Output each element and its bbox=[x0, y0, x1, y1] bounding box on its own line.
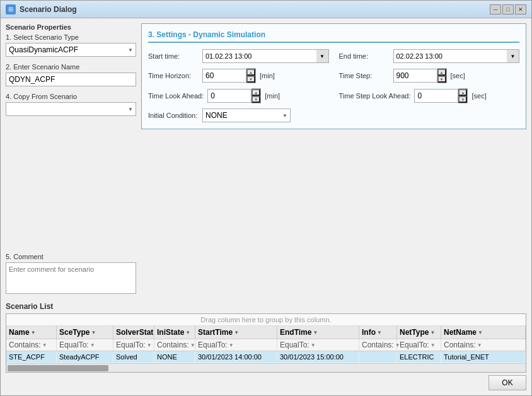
comment-textarea[interactable] bbox=[6, 262, 136, 294]
filter-solver-icon[interactable]: ▼ bbox=[147, 342, 152, 348]
step5-section: 5. Comment bbox=[6, 248, 136, 296]
filter-netname-label: Contains: bbox=[444, 341, 476, 349]
top-area: Scenario Properties 1. Select Scenario T… bbox=[1, 18, 531, 302]
time-horizon-spinners: ▲ ▼ bbox=[246, 68, 256, 83]
time-look-ahead-spinners: ▲ ▼ bbox=[252, 88, 261, 103]
info-sort-icon: ▼ bbox=[377, 330, 382, 335]
filter-ini-icon[interactable]: ▼ bbox=[190, 342, 195, 348]
copy-from-wrapper[interactable] bbox=[6, 102, 136, 116]
scetype-sort-icon: ▼ bbox=[91, 330, 96, 335]
step1-section: 1. Select Scenario Type QuasiDynamicACPF… bbox=[6, 33, 136, 57]
time-step-look-ahead-unit: [sec] bbox=[471, 92, 486, 100]
end-time-label: End time: bbox=[339, 52, 390, 60]
col-header-end[interactable]: EndTime ▼ bbox=[277, 326, 359, 339]
start-time-row: Start time: ▼ bbox=[148, 49, 329, 63]
initial-condition-label: Initial Condition: bbox=[148, 112, 199, 119]
time-step-look-ahead-input[interactable] bbox=[414, 89, 458, 103]
window-title: Scenario Dialog bbox=[20, 5, 490, 14]
filter-name-label: Contains: bbox=[9, 341, 41, 349]
col-header-ini[interactable]: IniState ▼ bbox=[154, 326, 195, 339]
filter-ini: Contains: ▼ bbox=[154, 339, 195, 351]
time-horizon-spin: ▲ ▼ bbox=[202, 68, 256, 83]
cell-nettype: ELECTRIC bbox=[397, 351, 441, 363]
time-horizon-label: Time Horizon: bbox=[148, 72, 199, 79]
time-step-spin: ▲ ▼ bbox=[393, 68, 447, 83]
time-step-look-ahead-label: Time Step Look Ahead: bbox=[339, 92, 411, 100]
col-header-nettype[interactable]: NetType ▼ bbox=[397, 326, 441, 339]
scenario-type-wrapper[interactable]: QuasiDynamicACPF SteadyACPF DynamicSimul… bbox=[6, 43, 136, 57]
table-row[interactable]: STE_ACPF SteadyACPF Solved NONE 30/01/20… bbox=[6, 351, 526, 363]
filter-end-label: EqualTo: bbox=[280, 341, 309, 349]
cell-scetype: SteadyACPF bbox=[57, 351, 113, 363]
initial-condition-select[interactable]: NONE Previous bbox=[202, 108, 291, 122]
filter-name-icon[interactable]: ▼ bbox=[42, 342, 47, 348]
time-look-ahead-row: Time Look Ahead: ▲ ▼ [min] bbox=[148, 88, 329, 103]
props-title: Scenario Properties bbox=[6, 23, 136, 31]
filter-start-label: EqualTo: bbox=[198, 341, 228, 349]
netname-sort-icon: ▼ bbox=[478, 330, 483, 335]
col-header-scetype[interactable]: SceType ▼ bbox=[57, 326, 113, 339]
filter-netname: Contains: ▼ bbox=[441, 339, 526, 351]
time-step-up[interactable]: ▲ bbox=[437, 69, 446, 76]
close-button[interactable]: ✕ bbox=[515, 4, 526, 15]
end-sort-icon: ▼ bbox=[313, 330, 318, 335]
time-horizon-unit: [min] bbox=[260, 72, 275, 79]
col-scetype-label: SceType bbox=[59, 328, 90, 337]
start-time-wrap: ▼ bbox=[202, 49, 329, 63]
window-icon: ⊞ bbox=[6, 4, 16, 15]
filter-netname-icon[interactable]: ▼ bbox=[477, 342, 482, 348]
time-look-ahead-input[interactable] bbox=[207, 89, 252, 103]
time-look-ahead-unit: [min] bbox=[265, 92, 280, 100]
start-time-input[interactable] bbox=[202, 49, 329, 63]
cell-netname: Tutorial_ENET bbox=[441, 351, 526, 363]
col-header-info[interactable]: Info ▼ bbox=[359, 326, 397, 339]
col-ini-label: IniState bbox=[157, 328, 184, 337]
dialog-body: Scenario Properties 1. Select Scenario T… bbox=[1, 18, 531, 395]
main-window: ⊞ Scenario Dialog ─ □ ✕ Scenario Propert… bbox=[0, 0, 532, 396]
end-time-picker-button[interactable]: ▼ bbox=[507, 49, 519, 63]
time-step-label: Time Step: bbox=[339, 72, 390, 79]
filter-nettype-icon[interactable]: ▼ bbox=[431, 342, 436, 348]
horizontal-scrollbar[interactable] bbox=[6, 363, 526, 372]
cell-info bbox=[359, 351, 397, 363]
scenario-type-select[interactable]: QuasiDynamicACPF SteadyACPF DynamicSimul… bbox=[6, 43, 136, 57]
initial-condition-wrapper[interactable]: NONE Previous bbox=[202, 108, 291, 122]
cell-ini: NONE bbox=[154, 351, 195, 363]
filter-start-icon[interactable]: ▼ bbox=[229, 342, 234, 348]
end-time-input[interactable] bbox=[393, 49, 520, 63]
maximize-button[interactable]: □ bbox=[502, 4, 514, 15]
col-header-start[interactable]: StartTime ▼ bbox=[195, 326, 277, 339]
time-look-ahead-up[interactable]: ▲ bbox=[252, 89, 260, 96]
cell-end: 30/01/2023 15:00:00 bbox=[277, 351, 359, 363]
time-look-ahead-down[interactable]: ▼ bbox=[252, 96, 260, 103]
time-step-look-ahead-down[interactable]: ▼ bbox=[458, 96, 467, 103]
col-start-label: StartTime bbox=[198, 328, 233, 337]
settings-grid: Start time: ▼ End time: ▼ bbox=[148, 49, 519, 103]
time-step-row: Time Step: ▲ ▼ [sec] bbox=[339, 68, 520, 83]
time-step-input[interactable] bbox=[393, 69, 437, 83]
copy-from-select[interactable] bbox=[6, 102, 136, 116]
time-step-look-ahead-up[interactable]: ▲ bbox=[458, 89, 467, 96]
filter-start: EqualTo: ▼ bbox=[195, 339, 277, 351]
time-look-ahead-spin: ▲ ▼ bbox=[207, 88, 261, 103]
scenario-name-input[interactable] bbox=[6, 73, 136, 86]
time-horizon-down[interactable]: ▼ bbox=[246, 76, 255, 83]
filter-end-icon[interactable]: ▼ bbox=[311, 342, 316, 348]
col-header-solver[interactable]: SolverStatus ▼ bbox=[113, 326, 154, 339]
step4-section: 4. Copy From Scenario bbox=[6, 93, 136, 116]
col-header-name[interactable]: Name ▼ bbox=[6, 326, 57, 339]
table-header: Name ▼ SceType ▼ SolverStatus ▼ IniState… bbox=[6, 326, 526, 339]
time-horizon-up[interactable]: ▲ bbox=[246, 69, 255, 76]
minimize-button[interactable]: ─ bbox=[490, 4, 501, 15]
filter-scetype-icon[interactable]: ▼ bbox=[90, 342, 95, 348]
filter-name: Contains: ▼ bbox=[6, 339, 57, 351]
start-sort-icon: ▼ bbox=[234, 330, 239, 335]
time-step-down[interactable]: ▼ bbox=[437, 76, 446, 83]
col-header-netname[interactable]: NetName ▼ bbox=[441, 326, 526, 339]
col-end-label: EndTime bbox=[280, 328, 311, 337]
start-time-picker-button[interactable]: ▼ bbox=[316, 49, 329, 63]
time-horizon-input[interactable] bbox=[202, 69, 246, 83]
end-time-wrap: ▼ bbox=[393, 49, 520, 63]
scroll-thumb[interactable] bbox=[8, 365, 108, 371]
ok-button[interactable]: OK bbox=[489, 375, 526, 390]
